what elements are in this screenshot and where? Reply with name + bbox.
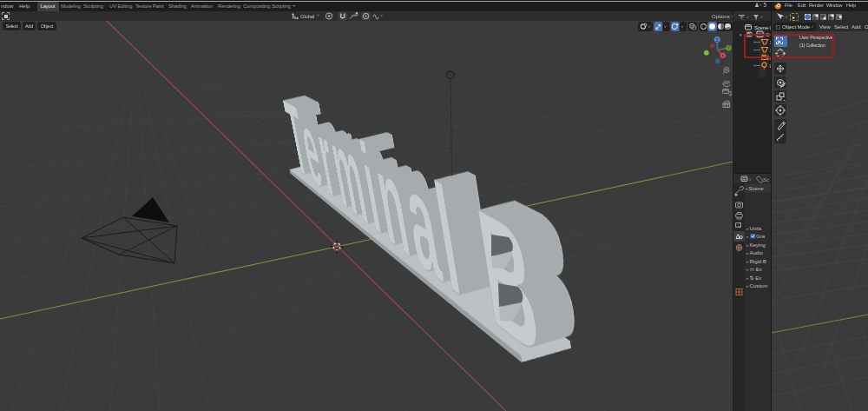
svg-text:▸ Custom: ▸ Custom	[746, 283, 767, 288]
svg-text:▸ Rigid B: ▸ Rigid B	[746, 259, 766, 264]
svg-text:▸ Keying: ▸ Keying	[746, 242, 766, 248]
svg-text:▾ Scene: ▾ Scene	[746, 186, 764, 191]
svg-text:▸ ⇅ Ex: ▸ ⇅ Ex	[746, 275, 761, 281]
svg-text:Sc: Sc	[763, 177, 769, 182]
svg-text:˅: ˅	[760, 15, 763, 20]
svg-text:▸ ▭ Ex: ▸ ▭ Ex	[746, 267, 762, 272]
svg-text:▸ Audio: ▸ Audio	[746, 250, 764, 255]
svg-text:˅: ˅	[664, 24, 667, 30]
svg-text:▾: ▾	[740, 32, 742, 37]
svg-text:˅: ˅	[746, 15, 749, 20]
svg-text:˅: ˅	[786, 15, 788, 20]
svg-text:Scene Co: Scene Co	[754, 25, 771, 30]
svg-text:˅: ˅	[681, 24, 684, 30]
svg-text:˅: ˅	[648, 24, 651, 30]
svg-text:▸ Units: ▸ Units	[746, 226, 761, 231]
svg-text:▸: ▸	[746, 235, 749, 239]
svg-text:˅: ˅	[749, 177, 752, 182]
svg-text:Gra: Gra	[756, 234, 766, 239]
